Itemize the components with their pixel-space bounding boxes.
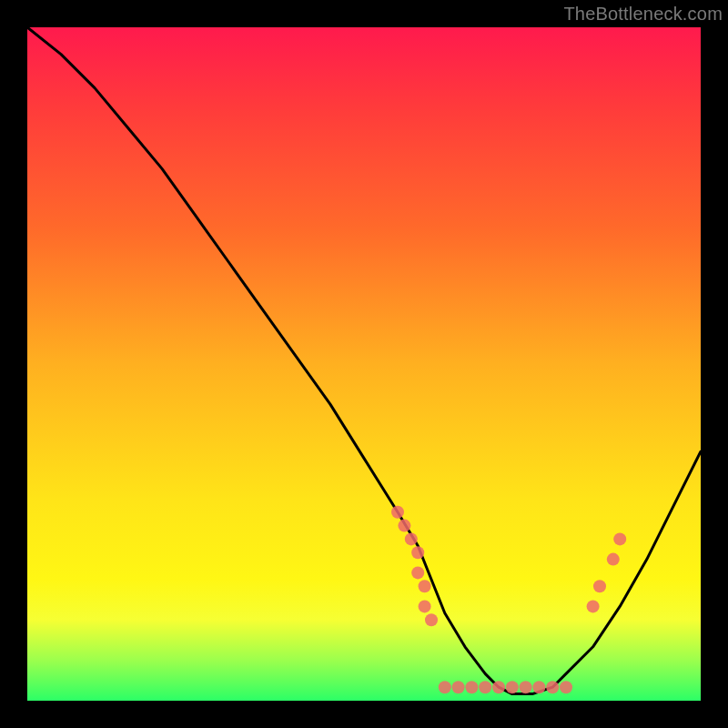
highlight-dot [532, 681, 545, 693]
highlight-dot [613, 532, 626, 545]
highlight-dot [520, 681, 532, 693]
highlight-dot [405, 532, 418, 545]
highlight-dot [546, 681, 559, 693]
highlight-dot [607, 553, 620, 566]
highlight-dot [411, 546, 424, 559]
highlight-dot [419, 600, 431, 612]
highlight-dot [411, 566, 424, 579]
highlight-dot [391, 506, 404, 519]
highlight-dot [419, 580, 431, 592]
highlight-dot [465, 681, 478, 693]
curve-layer [27, 27, 701, 701]
chart-frame: TheBottleneck.com [0, 0, 728, 728]
highlight-dot [593, 580, 606, 592]
highlight-dot [492, 681, 505, 693]
bottleneck-curve [27, 27, 701, 694]
highlight-dot [587, 600, 600, 612]
highlight-dot [425, 613, 438, 626]
plot-area [27, 27, 701, 701]
highlight-dot [452, 681, 465, 693]
highlight-dot [506, 681, 519, 693]
highlight-dot [560, 681, 572, 693]
highlight-dot [398, 520, 410, 532]
watermark-text: TheBottleneck.com [563, 4, 723, 25]
highlight-points [391, 506, 626, 693]
highlight-dot [479, 681, 491, 693]
highlight-dot [439, 681, 451, 693]
